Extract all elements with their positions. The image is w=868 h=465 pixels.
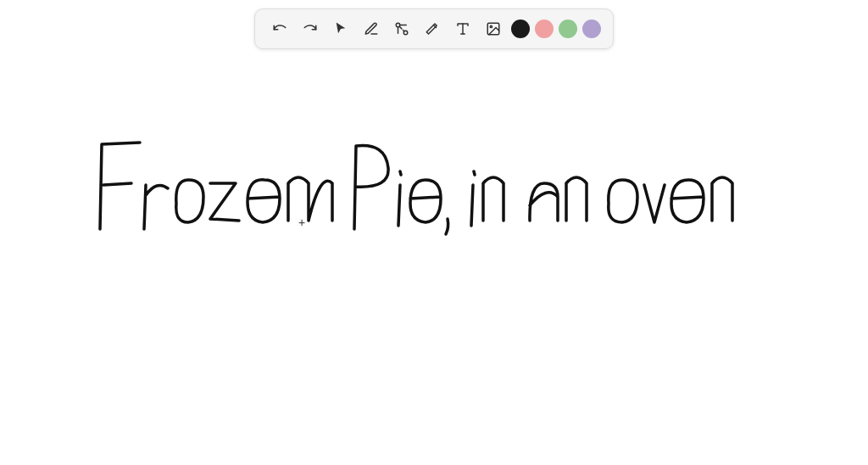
undo-button[interactable]: [267, 16, 292, 42]
pen-button[interactable]: [359, 16, 384, 42]
redo-button[interactable]: [298, 16, 323, 42]
select-button[interactable]: [328, 16, 353, 42]
svg-line-2: [399, 26, 402, 29]
text-button[interactable]: [450, 16, 476, 42]
highlighter-button[interactable]: [420, 16, 445, 42]
handwriting-svg: [85, 127, 780, 263]
lasso-button[interactable]: [389, 16, 415, 42]
color-purple[interactable]: [582, 20, 601, 38]
canvas-area[interactable]: +: [0, 59, 868, 465]
color-black[interactable]: [511, 20, 530, 38]
svg-point-10: [490, 25, 492, 27]
image-button[interactable]: [481, 16, 506, 42]
toolbar: [254, 8, 614, 49]
color-green[interactable]: [559, 20, 577, 38]
svg-line-3: [403, 31, 404, 31]
color-pink[interactable]: [535, 20, 554, 38]
